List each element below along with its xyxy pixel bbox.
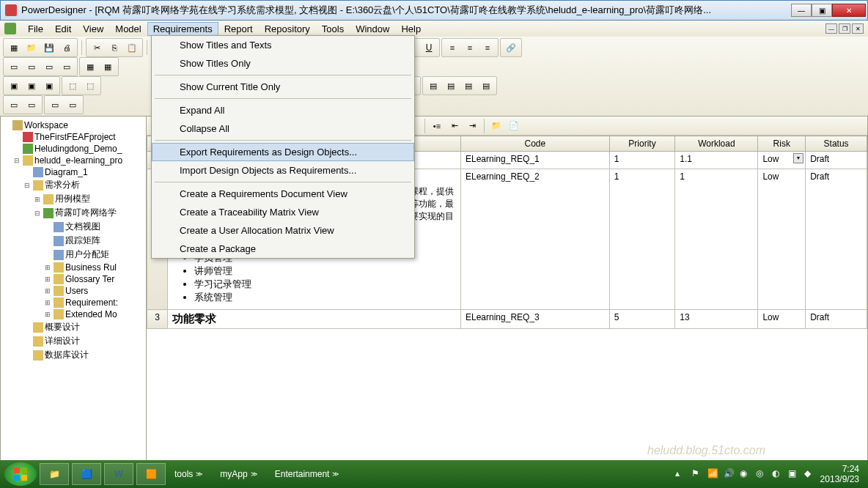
menu-item[interactable]: Export Requirements as Design Objects... [152,143,414,161]
doc-indent[interactable]: ⇥ [464,118,480,134]
tray-vol-icon[interactable]: 🔊 [724,468,735,480]
menu-report[interactable]: Report [218,22,259,36]
column-header[interactable]: Code [461,136,610,152]
tb3-i[interactable]: ▤ [443,78,459,94]
tb3-h[interactable]: ▤ [425,78,441,94]
tb3-j[interactable]: ▤ [460,78,477,94]
minimize-button[interactable]: — [791,4,812,17]
cut-icon[interactable]: ✂ [89,40,105,56]
tb2-c[interactable]: ▭ [41,59,57,75]
open-icon[interactable]: 📁 [23,40,40,56]
menu-item[interactable]: Expand All [152,101,414,119]
tray-ic3[interactable]: ◐ [772,468,784,480]
tb2-f[interactable]: ▦ [100,59,116,75]
menu-tools[interactable]: Tools [316,22,350,36]
close-button[interactable]: ✕ [832,4,866,17]
tray-ic4[interactable]: ▣ [788,468,800,480]
taskbar-group[interactable]: Entertainment ≫ [266,469,348,479]
tb3-c[interactable]: ▣ [41,78,57,94]
dropdown-arrow[interactable]: ▾ [793,153,803,163]
menu-item[interactable]: Collapse All [152,119,414,138]
task-word[interactable]: W [104,463,133,485]
tree-node[interactable]: ⊞Users [2,285,144,297]
system-tray[interactable]: ▴ ⚑ 📶 🔊 ◉ ◎ ◐ ▣ ◆ 7:24 2013/9/23 [675,464,864,484]
menu-item[interactable]: Show Titles Only [152,54,414,73]
tree-node[interactable]: ⊞用例模型 [2,192,144,206]
tree-node[interactable]: 用户分配矩 [2,248,144,262]
tb4-b[interactable]: ▭ [23,97,40,113]
underline-icon[interactable]: U [421,40,437,56]
tray-flag-icon[interactable]: ⚑ [691,468,703,480]
column-header[interactable]: Risk [758,136,806,152]
taskbar-group[interactable]: tools ≫ [166,469,211,479]
menu-item[interactable]: Create a Package [152,240,414,258]
link-icon[interactable]: 🔗 [503,40,519,56]
menu-file[interactable]: File [22,22,49,36]
new-icon[interactable]: ▦ [6,40,22,56]
tb4-c[interactable]: ▭ [47,97,63,113]
task-app1[interactable]: 🟦 [72,463,101,485]
tb2-d[interactable]: ▭ [59,59,75,75]
task-explorer[interactable]: 📁 [40,463,69,485]
tray-ic1[interactable]: ◉ [740,468,751,480]
tray-up-icon[interactable]: ▴ [675,468,687,480]
table-row[interactable]: 3功能零求ELearning_REQ_3513LowDraft [147,310,867,329]
menu-view[interactable]: View [77,22,109,36]
menu-repository[interactable]: Repository [259,22,316,36]
taskbar-group[interactable]: myApp ≫ [211,469,265,479]
align-right-icon[interactable]: ≡ [479,40,496,56]
tray-ic5[interactable]: ◆ [804,468,816,480]
column-header[interactable]: Priority [609,136,675,152]
doc-new[interactable]: 📄 [506,118,522,134]
tb3-d[interactable]: ⬚ [65,78,81,94]
copy-icon[interactable]: ⎘ [106,40,122,56]
paste-icon[interactable]: 📋 [124,40,140,56]
tree-node[interactable]: ⊞Business Rul [2,262,144,273]
tree-node[interactable]: ⊟荷露叮咚网络学 [2,206,144,220]
tree-node[interactable]: 文档视图 [2,220,144,234]
tree-node[interactable]: ⊞Extended Mo [2,308,144,320]
tree-node[interactable]: ⊞Glossary Ter [2,273,144,285]
maximize-button[interactable]: ▣ [812,4,832,17]
tb2-b[interactable]: ▭ [23,59,40,75]
tree-node[interactable]: 跟踪矩阵 [2,234,144,248]
task-app2[interactable]: 🟧 [136,463,166,485]
tree-node[interactable]: 详细设计 [2,334,144,348]
workspace-tree[interactable]: WorkspaceTheFirstFEAFprojectHeludingdong… [1,117,146,475]
menu-item[interactable]: Create a Requirements Document View [152,185,414,203]
menu-item[interactable]: Create a User Allocation Matrix View [152,221,414,240]
align-center-icon[interactable]: ≡ [462,40,478,56]
tray-ic2[interactable]: ◎ [756,468,768,480]
tb3-e[interactable]: ⬚ [82,78,98,94]
tree-node[interactable]: TheFirstFEAFproject [2,131,144,143]
tb4-d[interactable]: ▭ [65,97,81,113]
tree-node[interactable]: ⊟heludd_e-learning_pro [2,155,144,166]
column-header[interactable]: Status [806,136,867,152]
doc-outdent[interactable]: ⇤ [446,118,463,134]
tree-node[interactable]: ⊞Requirement: [2,297,144,308]
tray-net-icon[interactable]: 📶 [707,468,719,480]
menu-help[interactable]: Help [395,22,427,36]
tb3-k[interactable]: ▤ [478,78,494,94]
mdi-close[interactable]: ✕ [852,23,864,34]
mdi-restore[interactable]: ❐ [839,23,850,34]
doc-bullets[interactable]: •≡ [429,118,445,134]
print-icon[interactable]: 🖨 [59,40,75,56]
menu-item[interactable]: Import Design Objects as Requirements... [152,161,414,180]
mdi-minimize[interactable]: — [825,23,837,34]
column-header[interactable]: Workload [675,136,758,152]
menu-item[interactable]: Show Current Title Only [152,78,414,96]
tb3-b[interactable]: ▣ [23,78,40,94]
taskbar-clock[interactable]: 7:24 2013/9/23 [820,464,864,484]
tree-node[interactable]: Workspace [2,119,144,131]
tree-node[interactable]: ⊟需求分析 [2,178,144,192]
menu-edit[interactable]: Edit [49,22,77,36]
doc-folder[interactable]: 📁 [488,118,504,134]
menu-window[interactable]: Window [350,22,395,36]
tb2-a[interactable]: ▭ [6,59,22,75]
menu-item[interactable]: Create a Traceability Matrix View [152,203,414,221]
tree-node[interactable]: Heludingdong_Demo_ [2,143,144,155]
tree-node[interactable]: 数据库设计 [2,348,144,362]
menu-model[interactable]: Model [109,22,147,36]
tree-node[interactable]: Diagram_1 [2,166,144,178]
